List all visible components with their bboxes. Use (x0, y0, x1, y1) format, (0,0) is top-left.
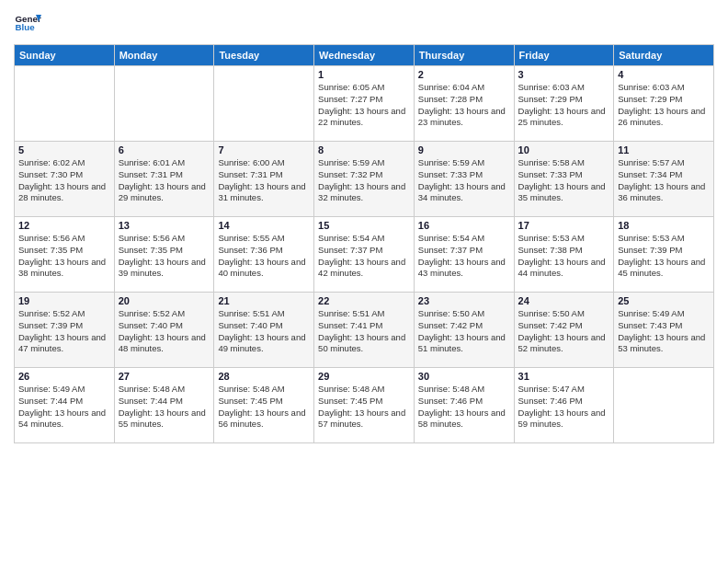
day-number: 21 (218, 295, 310, 306)
calendar-day-9: 9Sunrise: 5:59 AM Sunset: 7:33 PM Daylig… (414, 142, 514, 217)
day-info: Sunrise: 6:02 AM Sunset: 7:30 PM Dayligh… (18, 157, 110, 204)
day-number: 17 (518, 220, 610, 231)
calendar-day-31: 31Sunrise: 5:47 AM Sunset: 7:46 PM Dayli… (514, 368, 614, 443)
calendar-day-26: 26Sunrise: 5:49 AM Sunset: 7:44 PM Dayli… (15, 368, 115, 443)
col-header-sunday: Sunday (15, 45, 115, 66)
day-info: Sunrise: 5:58 AM Sunset: 7:33 PM Dayligh… (518, 157, 610, 204)
day-info: Sunrise: 5:50 AM Sunset: 7:42 PM Dayligh… (418, 308, 510, 355)
day-info: Sunrise: 5:51 AM Sunset: 7:40 PM Dayligh… (218, 308, 310, 355)
day-number: 16 (418, 220, 510, 231)
day-number: 9 (418, 144, 510, 155)
logo: General Blue (14, 9, 41, 37)
day-info: Sunrise: 5:48 AM Sunset: 7:46 PM Dayligh… (418, 384, 510, 431)
col-header-thursday: Thursday (414, 45, 514, 66)
day-number: 10 (518, 144, 610, 155)
day-number: 7 (218, 144, 310, 155)
empty-cell (114, 66, 214, 142)
day-number: 25 (618, 295, 710, 306)
calendar-day-14: 14Sunrise: 5:55 AM Sunset: 7:36 PM Dayli… (214, 217, 314, 293)
day-number: 6 (119, 144, 210, 155)
day-number: 8 (318, 144, 410, 155)
calendar-day-2: 2Sunrise: 6:04 AM Sunset: 7:28 PM Daylig… (414, 66, 514, 142)
day-info: Sunrise: 6:05 AM Sunset: 7:27 PM Dayligh… (318, 82, 410, 129)
day-number: 29 (318, 371, 410, 382)
col-header-saturday: Saturday (614, 45, 714, 66)
empty-cell (15, 66, 115, 142)
calendar-week-row: 1Sunrise: 6:05 AM Sunset: 7:27 PM Daylig… (15, 66, 714, 142)
calendar-day-4: 4Sunrise: 6:03 AM Sunset: 7:29 PM Daylig… (614, 66, 714, 142)
day-number: 31 (518, 371, 610, 382)
day-number: 18 (618, 220, 710, 231)
calendar-day-3: 3Sunrise: 6:03 AM Sunset: 7:29 PM Daylig… (514, 66, 614, 142)
day-number: 14 (218, 220, 310, 231)
calendar-day-21: 21Sunrise: 5:51 AM Sunset: 7:40 PM Dayli… (214, 293, 314, 368)
day-number: 5 (18, 144, 110, 155)
calendar-day-17: 17Sunrise: 5:53 AM Sunset: 7:38 PM Dayli… (514, 217, 614, 293)
day-number: 24 (518, 295, 610, 306)
page: General Blue SundayMondayTuesdayWednesda… (0, 0, 728, 563)
day-number: 4 (618, 69, 710, 80)
day-info: Sunrise: 5:53 AM Sunset: 7:38 PM Dayligh… (518, 233, 610, 280)
day-number: 20 (119, 295, 210, 306)
calendar-day-15: 15Sunrise: 5:54 AM Sunset: 7:37 PM Dayli… (314, 217, 415, 293)
day-info: Sunrise: 5:57 AM Sunset: 7:34 PM Dayligh… (618, 157, 710, 204)
calendar-week-row: 5Sunrise: 6:02 AM Sunset: 7:30 PM Daylig… (15, 142, 714, 217)
day-info: Sunrise: 5:52 AM Sunset: 7:39 PM Dayligh… (18, 308, 110, 355)
calendar-day-16: 16Sunrise: 5:54 AM Sunset: 7:37 PM Dayli… (414, 217, 514, 293)
day-info: Sunrise: 5:55 AM Sunset: 7:36 PM Dayligh… (218, 233, 310, 280)
calendar-day-6: 6Sunrise: 6:01 AM Sunset: 7:31 PM Daylig… (114, 142, 214, 217)
day-number: 11 (618, 144, 710, 155)
calendar-day-19: 19Sunrise: 5:52 AM Sunset: 7:39 PM Dayli… (15, 293, 115, 368)
day-info: Sunrise: 6:01 AM Sunset: 7:31 PM Dayligh… (119, 157, 210, 204)
calendar-day-29: 29Sunrise: 5:48 AM Sunset: 7:45 PM Dayli… (314, 368, 415, 443)
calendar-day-25: 25Sunrise: 5:49 AM Sunset: 7:43 PM Dayli… (614, 293, 714, 368)
calendar-day-11: 11Sunrise: 5:57 AM Sunset: 7:34 PM Dayli… (614, 142, 714, 217)
day-info: Sunrise: 5:50 AM Sunset: 7:42 PM Dayligh… (518, 308, 610, 355)
day-info: Sunrise: 5:49 AM Sunset: 7:43 PM Dayligh… (618, 308, 710, 355)
empty-cell (614, 368, 714, 443)
calendar-day-27: 27Sunrise: 5:48 AM Sunset: 7:44 PM Dayli… (114, 368, 214, 443)
day-info: Sunrise: 6:03 AM Sunset: 7:29 PM Dayligh… (618, 82, 710, 129)
day-number: 15 (318, 220, 410, 231)
col-header-wednesday: Wednesday (314, 45, 415, 66)
day-info: Sunrise: 5:48 AM Sunset: 7:45 PM Dayligh… (218, 384, 310, 431)
day-number: 3 (518, 69, 610, 80)
day-info: Sunrise: 5:49 AM Sunset: 7:44 PM Dayligh… (18, 384, 110, 431)
day-number: 19 (18, 295, 110, 306)
calendar-day-24: 24Sunrise: 5:50 AM Sunset: 7:42 PM Dayli… (514, 293, 614, 368)
calendar-day-7: 7Sunrise: 6:00 AM Sunset: 7:31 PM Daylig… (214, 142, 314, 217)
day-info: Sunrise: 6:00 AM Sunset: 7:31 PM Dayligh… (218, 157, 310, 204)
day-number: 13 (119, 220, 210, 231)
logo-icon: General Blue (14, 9, 41, 37)
day-info: Sunrise: 6:04 AM Sunset: 7:28 PM Dayligh… (418, 82, 510, 129)
day-number: 28 (218, 371, 310, 382)
day-info: Sunrise: 5:48 AM Sunset: 7:44 PM Dayligh… (119, 384, 210, 431)
calendar-day-8: 8Sunrise: 5:59 AM Sunset: 7:32 PM Daylig… (314, 142, 415, 217)
day-number: 27 (119, 371, 210, 382)
calendar-header-row: SundayMondayTuesdayWednesdayThursdayFrid… (15, 45, 714, 66)
day-number: 26 (18, 371, 110, 382)
day-number: 1 (318, 69, 410, 80)
col-header-tuesday: Tuesday (214, 45, 314, 66)
calendar-day-1: 1Sunrise: 6:05 AM Sunset: 7:27 PM Daylig… (314, 66, 415, 142)
calendar-day-23: 23Sunrise: 5:50 AM Sunset: 7:42 PM Dayli… (414, 293, 514, 368)
calendar-week-row: 12Sunrise: 5:56 AM Sunset: 7:35 PM Dayli… (15, 217, 714, 293)
day-info: Sunrise: 5:54 AM Sunset: 7:37 PM Dayligh… (318, 233, 410, 280)
calendar-day-20: 20Sunrise: 5:52 AM Sunset: 7:40 PM Dayli… (114, 293, 214, 368)
day-info: Sunrise: 5:53 AM Sunset: 7:39 PM Dayligh… (618, 233, 710, 280)
calendar-day-13: 13Sunrise: 5:56 AM Sunset: 7:35 PM Dayli… (114, 217, 214, 293)
day-info: Sunrise: 5:54 AM Sunset: 7:37 PM Dayligh… (418, 233, 510, 280)
day-info: Sunrise: 5:47 AM Sunset: 7:46 PM Dayligh… (518, 384, 610, 431)
calendar-week-row: 26Sunrise: 5:49 AM Sunset: 7:44 PM Dayli… (15, 368, 714, 443)
calendar: SundayMondayTuesdayWednesdayThursdayFrid… (14, 44, 714, 443)
svg-text:Blue: Blue (16, 22, 36, 32)
calendar-day-5: 5Sunrise: 6:02 AM Sunset: 7:30 PM Daylig… (15, 142, 115, 217)
calendar-week-row: 19Sunrise: 5:52 AM Sunset: 7:39 PM Dayli… (15, 293, 714, 368)
calendar-day-22: 22Sunrise: 5:51 AM Sunset: 7:41 PM Dayli… (314, 293, 415, 368)
empty-cell (214, 66, 314, 142)
day-info: Sunrise: 6:03 AM Sunset: 7:29 PM Dayligh… (518, 82, 610, 129)
day-info: Sunrise: 5:59 AM Sunset: 7:33 PM Dayligh… (418, 157, 510, 204)
calendar-day-18: 18Sunrise: 5:53 AM Sunset: 7:39 PM Dayli… (614, 217, 714, 293)
day-number: 2 (418, 69, 510, 80)
day-number: 23 (418, 295, 510, 306)
